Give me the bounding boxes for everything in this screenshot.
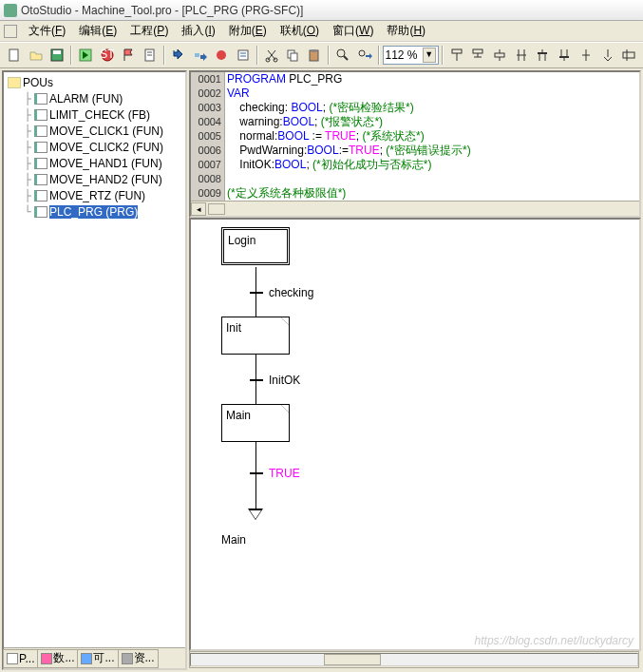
file-icon [34,174,47,185]
sys-icon[interactable] [4,25,17,38]
tb-save[interactable] [47,45,67,66]
tb-copy[interactable] [283,45,304,66]
folder-icon [8,77,21,88]
tb-cut[interactable] [261,45,282,66]
hscroll-thumb[interactable] [324,654,381,665]
tb-flag[interactable] [119,45,140,66]
scroll-thumb[interactable] [208,203,225,215]
sfc-jump-target[interactable]: Main [221,533,246,547]
menu-window[interactable]: 窗口(W) [327,21,379,41]
tree-item[interactable]: └PLC_PRG (PRG) [6,203,183,220]
code-line[interactable]: 0002VAR [191,86,639,101]
tb-bp[interactable] [211,45,232,66]
scroll-left-icon[interactable]: ◂ [191,202,206,216]
tb-sfc-7[interactable] [576,45,596,66]
declaration-editor[interactable]: 0001PROGRAM PLC_PRG0002VAR0003 checking:… [189,70,641,218]
file-icon [34,125,47,137]
code-line[interactable]: 0007 InitOK:BOOL; (*初始化成功与否标志*) [191,158,639,172]
svg-rect-11 [238,50,248,60]
tb-run[interactable] [75,45,96,66]
code-line[interactable]: 0005 normal:BOOL := TRUE; (*系统状态*) [191,129,639,144]
file-icon [34,142,47,153]
tb-sfc-2[interactable] [467,45,488,66]
menu-file[interactable]: 文件(F) [23,21,71,41]
sfc-trans-initok[interactable]: InitOK [269,374,300,387]
sbtab-data[interactable]: 数... [37,649,78,668]
tree-item[interactable]: ├MOVE_HAND1 (FUN) [6,155,183,171]
sbtab-res[interactable]: 资... [118,649,159,668]
svg-point-20 [337,49,345,57]
tb-find[interactable] [332,45,353,66]
sbtab-vis[interactable]: 可... [77,649,118,668]
svg-text:ST: ST [100,48,115,61]
tree-root[interactable]: POUs [6,74,183,90]
tb-sfc-4[interactable] [511,45,532,66]
hscroll[interactable]: ◂ [191,201,639,216]
sbtab-pous[interactable]: P... [3,649,38,668]
tree-item[interactable]: ├MOVE_CLICK2 (FUN) [6,139,183,155]
tb-new[interactable] [4,45,25,66]
sfc-trans-checking[interactable]: checking [269,286,313,299]
file-icon [34,206,47,218]
menu-extras[interactable]: 附加(E) [223,21,273,41]
tb-doc[interactable] [140,45,161,66]
sidebar-tabs: P... 数... 可... 资... [4,647,185,668]
tb-sfc-6[interactable] [554,45,575,66]
tb-sfc-1[interactable] [446,45,467,66]
svg-rect-17 [291,53,297,61]
menu-project[interactable]: 工程(P) [124,21,174,41]
pou-tree[interactable]: POUs ├ALARM (FUN)├LIMIT_CHECK (FB)├MOVE_… [4,72,185,647]
code-line[interactable]: 0009(*定义系统各种极限值*) [191,186,639,201]
file-icon [34,158,47,169]
toolbar: ST 112 % ▼ [0,42,643,68]
file-icon [34,109,47,121]
sfc-step-init[interactable]: Init [221,317,290,355]
code-line[interactable]: 0003 checking: BOOL; (*密码检验结果*) [191,101,639,115]
tree-item[interactable]: ├LIMIT_CHECK (FB) [6,106,183,123]
sfc-step-main[interactable]: Main [221,404,290,442]
tb-sfc-3[interactable] [489,45,510,66]
file-icon [34,190,47,202]
sfc-editor[interactable]: Login checking Init InitOK Main T [189,218,641,651]
svg-rect-29 [495,53,504,57]
tb-open[interactable] [26,45,47,66]
app-icon [4,4,17,17]
sfc-step-login[interactable]: Login [221,227,290,265]
menu-online[interactable]: 联机(O) [274,21,325,41]
file-icon [34,93,47,105]
tree-item[interactable]: ├MOVE_HAND2 (FUN) [6,171,183,187]
tree-item[interactable]: ├MOVE_RTZ (FUN) [6,187,183,203]
svg-rect-9 [195,53,199,57]
zoom-combo[interactable]: 112 % ▼ [383,46,439,65]
tb-sfc-9[interactable] [618,45,639,66]
code-line[interactable]: 0004 warning:BOOL; (*报警状态*) [191,115,639,129]
bottom-scrollbar[interactable] [189,651,639,668]
tree-root-label: POUs [23,76,53,89]
tree-item[interactable]: ├MOVE_CLICK1 (FUN) [6,123,183,139]
tb-step[interactable] [190,45,211,66]
code-line[interactable]: 0008 [191,172,639,186]
menu-insert[interactable]: 插入(I) [176,21,220,41]
code-line[interactable]: 0001PROGRAM PLC_PRG [191,72,639,86]
tb-paste[interactable] [304,45,325,66]
tb-log[interactable] [233,45,254,66]
code-line[interactable]: 0006 PwdWarning:BOOL:=TRUE; (*密码错误提示*) [191,144,639,158]
tree-item[interactable]: ├ALARM (FUN) [6,90,183,106]
tb-sfc-5[interactable] [533,45,554,66]
zoom-value: 112 % [386,48,418,62]
menu-help[interactable]: 帮助(H) [381,21,431,41]
svg-rect-25 [473,49,482,53]
menu-edit[interactable]: 编辑(E) [73,21,123,41]
sfc-trans-true[interactable]: TRUE [269,467,300,480]
window-title: OtoStudio - Machine_Tool.pro - [PLC_PRG … [21,4,303,17]
tb-sfc-8[interactable] [597,45,618,66]
tb-step-in[interactable] [168,45,189,66]
chevron-down-icon[interactable]: ▼ [423,48,436,63]
tb-stop[interactable]: ST [97,45,118,66]
svg-point-22 [359,50,365,56]
svg-line-21 [344,56,348,60]
svg-rect-23 [452,49,462,53]
svg-rect-19 [312,49,316,52]
tb-findnext[interactable] [354,45,375,66]
svg-rect-45 [623,52,634,58]
